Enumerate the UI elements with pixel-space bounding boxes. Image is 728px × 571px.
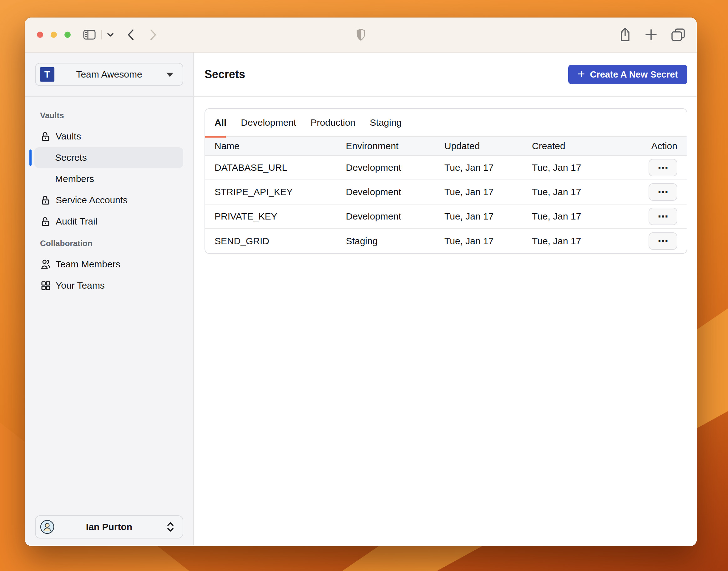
created-cell: Tue, Jan 17 bbox=[532, 187, 636, 197]
sidebar-item-service-accounts[interactable]: Service Accounts bbox=[34, 190, 183, 211]
tab-production[interactable]: Production bbox=[311, 117, 355, 128]
plus-icon: + bbox=[578, 67, 585, 81]
up-down-chevrons-icon bbox=[166, 522, 174, 532]
user-name: Ian Purton bbox=[86, 522, 132, 532]
created-cell: Tue, Jan 17 bbox=[532, 211, 636, 222]
sidebar-item-audit-trail[interactable]: Audit Trail bbox=[34, 211, 183, 232]
updated-cell: Tue, Jan 17 bbox=[444, 211, 532, 222]
sidebar-item-your-teams[interactable]: Your Teams bbox=[34, 275, 183, 296]
secret-name-cell: DATABASE_URL bbox=[215, 162, 346, 173]
tab-all[interactable]: All bbox=[215, 117, 226, 128]
table-header: NameEnvironmentUpdatedCreatedAction bbox=[205, 137, 687, 156]
sidebar: T Team Awesome Vaults Vaults Secrets Mem… bbox=[25, 52, 194, 545]
main-header: Secrets + Create A New Secret bbox=[194, 52, 697, 97]
dropdown-triangle-icon bbox=[166, 73, 173, 77]
main-panel: Secrets + Create A New Secret AllDevelop… bbox=[194, 52, 697, 545]
created-cell: Tue, Jan 17 bbox=[532, 162, 636, 173]
sidebar-item-label: Service Accounts bbox=[56, 195, 128, 206]
lock-open-icon bbox=[40, 195, 51, 206]
traffic-lights bbox=[37, 31, 71, 38]
team-name: Team Awesome bbox=[76, 69, 142, 80]
sidebar-item-secrets[interactable]: Secrets bbox=[34, 147, 183, 168]
page-title: Secrets bbox=[205, 68, 245, 81]
sidebar-item-members[interactable]: Members bbox=[34, 168, 183, 189]
environment-cell: Development bbox=[346, 187, 444, 197]
create-new-secret-button[interactable]: + Create A New Secret bbox=[568, 65, 687, 84]
secret-name-cell: SEND_GRID bbox=[215, 236, 346, 246]
sidebar-item-label: Members bbox=[55, 174, 94, 184]
table-row[interactable]: SEND_GRID Staging Tue, Jan 17 Tue, Jan 1… bbox=[205, 229, 687, 253]
back-icon[interactable] bbox=[127, 29, 134, 41]
app-window: T Team Awesome Vaults Vaults Secrets Mem… bbox=[25, 17, 697, 546]
environment-cell: Staging bbox=[346, 236, 444, 246]
team-avatar: T bbox=[40, 67, 54, 82]
grid-icon bbox=[40, 280, 51, 291]
share-icon[interactable] bbox=[619, 27, 631, 42]
sidebar-item-label: Team Members bbox=[56, 259, 120, 269]
sidebar-section: Vaults Vaults Secrets Members Service Ac… bbox=[25, 111, 193, 232]
user-selector[interactable]: Ian Purton bbox=[35, 516, 183, 539]
sidebar-item-vaults[interactable]: Vaults bbox=[34, 126, 183, 147]
column-header-updated: Updated bbox=[444, 141, 532, 151]
window-toolbar bbox=[25, 17, 697, 52]
zoom-window-button[interactable] bbox=[65, 31, 71, 38]
column-header-name: Name bbox=[215, 141, 346, 151]
column-header-created: Created bbox=[532, 141, 636, 151]
updated-cell: Tue, Jan 17 bbox=[444, 236, 532, 246]
team-selector[interactable]: T Team Awesome bbox=[35, 63, 183, 86]
updated-cell: Tue, Jan 17 bbox=[444, 162, 532, 173]
updated-cell: Tue, Jan 17 bbox=[444, 187, 532, 197]
sidebar-item-label: Vaults bbox=[56, 131, 81, 142]
toolbar-divider bbox=[101, 30, 102, 39]
secret-name-cell: PRIVATE_KEY bbox=[215, 211, 346, 222]
table-row[interactable]: DATABASE_URL Development Tue, Jan 17 Tue… bbox=[205, 156, 687, 180]
sidebar-item-team-members[interactable]: Team Members bbox=[34, 254, 183, 274]
sidebar-item-label: Audit Trail bbox=[56, 216, 97, 227]
minimize-window-button[interactable] bbox=[51, 31, 57, 38]
column-header-environment: Environment bbox=[346, 141, 444, 151]
environment-cell: Development bbox=[346, 211, 444, 222]
new-tab-icon[interactable] bbox=[645, 28, 657, 41]
table-body: DATABASE_URL Development Tue, Jan 17 Tue… bbox=[205, 156, 687, 253]
users-icon bbox=[40, 259, 51, 270]
content-area: AllDevelopmentProductionStaging NameEnvi… bbox=[194, 97, 697, 545]
environment-cell: Development bbox=[346, 162, 444, 173]
tab-development[interactable]: Development bbox=[241, 117, 296, 128]
sidebar-toggle-icon[interactable] bbox=[83, 30, 96, 40]
tab-overview-icon[interactable] bbox=[671, 28, 686, 41]
secrets-card: AllDevelopmentProductionStaging NameEnvi… bbox=[205, 108, 687, 254]
environment-tabs: AllDevelopmentProductionStaging bbox=[205, 109, 687, 137]
sidebar-header: T Team Awesome bbox=[25, 52, 193, 97]
row-actions-button[interactable]: ⋯ bbox=[648, 183, 677, 201]
lock-open-icon bbox=[40, 131, 51, 142]
created-cell: Tue, Jan 17 bbox=[532, 236, 636, 246]
user-avatar-icon bbox=[40, 520, 54, 534]
sidebar-item-label: Your Teams bbox=[56, 280, 105, 291]
row-actions-button[interactable]: ⋯ bbox=[648, 159, 677, 177]
shield-icon bbox=[356, 28, 366, 41]
create-button-label: Create A New Secret bbox=[590, 70, 678, 80]
sidebar-nav: Vaults Vaults Secrets Members Service Ac… bbox=[25, 97, 193, 545]
sidebar-section: Collaboration Team Members Your Teams bbox=[25, 239, 193, 296]
chevron-down-icon[interactable] bbox=[107, 32, 114, 37]
table-row[interactable]: PRIVATE_KEY Development Tue, Jan 17 Tue,… bbox=[205, 205, 687, 229]
sidebar-section-label: Collaboration bbox=[40, 239, 193, 248]
tab-staging[interactable]: Staging bbox=[370, 117, 402, 128]
table-row[interactable]: STRIPE_API_KEY Development Tue, Jan 17 T… bbox=[205, 180, 687, 205]
close-window-button[interactable] bbox=[37, 31, 43, 38]
sidebar-item-label: Secrets bbox=[55, 152, 87, 163]
lock-open-icon bbox=[40, 216, 51, 227]
desktop-wallpaper: T Team Awesome Vaults Vaults Secrets Mem… bbox=[0, 0, 728, 571]
forward-icon[interactable] bbox=[149, 29, 157, 41]
row-actions-button[interactable]: ⋯ bbox=[648, 232, 677, 250]
secret-name-cell: STRIPE_API_KEY bbox=[215, 187, 346, 197]
column-header-action: Action bbox=[636, 141, 677, 151]
sidebar-section-label: Vaults bbox=[40, 111, 193, 120]
row-actions-button[interactable]: ⋯ bbox=[648, 208, 677, 225]
